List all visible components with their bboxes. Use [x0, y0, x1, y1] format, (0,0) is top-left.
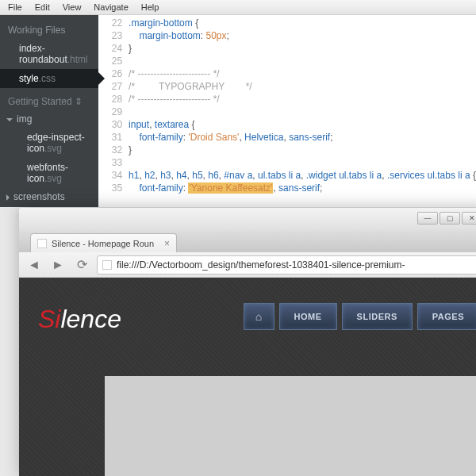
- file-name: index-roundabout: [19, 43, 67, 65]
- chevron-right-icon: [6, 194, 10, 201]
- browser-tab[interactable]: Silence - Homepage Roun ×: [30, 233, 177, 252]
- working-files-header[interactable]: Working Files: [0, 21, 98, 39]
- page-content-area: [105, 376, 476, 476]
- menu-help[interactable]: Help: [135, 0, 166, 14]
- editor-sidebar: Working Files index-roundabout.html styl…: [0, 15, 98, 207]
- file-name: style: [19, 73, 39, 84]
- line-gutter: 22 23 24 25 26 27 28 29 30 31 32 33 34 3…: [98, 15, 129, 207]
- site-logo[interactable]: Silence: [38, 305, 121, 334]
- browser-window: — ▢ ✕ Silence - Homepage Roun × ◄ ► ⟳ fi…: [19, 208, 476, 476]
- working-file-item-active[interactable]: style.css: [0, 69, 98, 88]
- file-ext: .css: [39, 73, 56, 84]
- tree-file[interactable]: edge-inspect-icon.svg: [0, 128, 98, 158]
- menu-file[interactable]: File: [2, 0, 29, 14]
- url-favicon-icon: [102, 260, 112, 270]
- file-ext: .svg: [44, 143, 62, 154]
- window-controls: — ▢ ✕: [417, 212, 476, 225]
- address-bar[interactable]: file:///D:/Vectorboom_design/themeforest…: [97, 255, 476, 274]
- back-button[interactable]: ◄: [25, 256, 43, 274]
- folder-screenshots[interactable]: screenshots: [0, 188, 98, 205]
- logo-accent: Si: [38, 305, 60, 333]
- reload-button[interactable]: ⟳: [73, 256, 90, 274]
- logo-text: lence: [60, 305, 121, 333]
- folder-img[interactable]: img: [0, 110, 98, 128]
- url-text: file:///D:/Vectorboom_design/themeforest…: [117, 259, 405, 271]
- favicon-icon: [37, 239, 47, 248]
- getting-started-header[interactable]: Getting Started ⇕: [0, 88, 98, 110]
- menu-edit[interactable]: Edit: [29, 0, 56, 14]
- nav-sliders[interactable]: SLIDERS: [342, 303, 413, 330]
- nav-home-icon[interactable]: ⌂: [244, 303, 274, 330]
- site-nav: ⌂ HOME SLIDERS PAGES: [244, 303, 476, 330]
- browser-toolbar: ◄ ► ⟳ file:///D:/Vectorboom_design/theme…: [19, 252, 476, 278]
- tab-title: Silence - Homepage Roun: [52, 239, 154, 248]
- file-ext: .html: [67, 54, 88, 65]
- close-button[interactable]: ✕: [462, 212, 476, 225]
- webpage-content: Silence ⌂ HOME SLIDERS PAGES: [19, 278, 476, 476]
- tree-file[interactable]: webfonts-icon.svg: [0, 158, 98, 188]
- menu-navigate[interactable]: Navigate: [87, 0, 134, 14]
- code-lines[interactable]: .margin-bottom { margin-bottom: 50px; } …: [129, 15, 476, 207]
- close-tab-icon[interactable]: ×: [164, 238, 170, 249]
- menu-view[interactable]: View: [56, 0, 88, 14]
- minimize-button[interactable]: —: [417, 212, 438, 225]
- sort-icon: ⇕: [75, 96, 83, 107]
- browser-titlebar[interactable]: — ▢ ✕: [19, 208, 476, 230]
- editor-body: Working Files index-roundabout.html styl…: [0, 15, 476, 207]
- code-editor[interactable]: 22 23 24 25 26 27 28 29 30 31 32 33 34 3…: [98, 15, 476, 207]
- editor-menubar: File Edit View Navigate Help: [0, 0, 476, 15]
- maximize-button[interactable]: ▢: [440, 212, 460, 225]
- nav-home[interactable]: HOME: [279, 303, 337, 330]
- nav-pages[interactable]: PAGES: [417, 303, 476, 330]
- file-ext: .svg: [44, 173, 62, 184]
- chevron-down-icon: [6, 118, 13, 121]
- working-file-item[interactable]: index-roundabout.html: [0, 39, 98, 69]
- browser-tabstrip: Silence - Homepage Roun ×: [19, 230, 476, 252]
- forward-button[interactable]: ►: [49, 256, 67, 274]
